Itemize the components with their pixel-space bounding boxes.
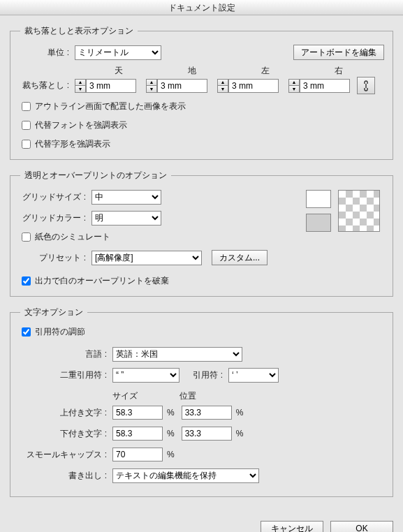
- type-options-group: 文字オプション 引用符の調節 言語 : 英語：米国 二重引用符 : “ ” 引用…: [10, 306, 393, 497]
- bleed-left-input[interactable]: [228, 79, 279, 93]
- bleed-bottom-up[interactable]: ▲: [146, 79, 157, 86]
- superscript-size-input[interactable]: [112, 406, 163, 420]
- bleed-bottom-input[interactable]: [157, 79, 207, 93]
- bleed-link-button[interactable]: [357, 77, 375, 94]
- cancel-button[interactable]: キャンセル: [261, 521, 323, 532]
- type-legend: 文字オプション: [20, 306, 87, 318]
- double-quote-label: 二重引用符 :: [19, 369, 112, 381]
- bleed-top-header: 天: [82, 65, 155, 77]
- bleed-left-down[interactable]: ▼: [217, 85, 228, 93]
- transparency-legend: 透明とオーバープリントのオプション: [20, 170, 171, 182]
- custom-button[interactable]: カスタム...: [212, 250, 268, 265]
- smart-quotes-checkbox[interactable]: [22, 327, 31, 337]
- superscript-label: 上付き文字 :: [19, 407, 112, 419]
- smart-quotes-label: 引用符の調節: [35, 326, 85, 338]
- subscript-label: 下付き文字 :: [19, 428, 112, 440]
- bleed-right-down[interactable]: ▼: [288, 85, 300, 93]
- bleed-top-down[interactable]: ▼: [75, 85, 86, 93]
- percent-unit: %: [232, 429, 244, 438]
- window-title: ドキュメント設定: [0, 0, 403, 15]
- language-label: 言語 :: [19, 348, 112, 360]
- grid-swatch-white: [306, 190, 331, 208]
- bleed-left-header: 左: [228, 65, 302, 77]
- bleed-right-input[interactable]: [300, 79, 350, 93]
- unit-select[interactable]: ミリメートル: [75, 45, 161, 60]
- bleed-label: 裁ち落とし :: [19, 80, 75, 91]
- position-header: 位置: [179, 390, 247, 402]
- percent-unit: %: [163, 450, 175, 459]
- simulate-paper-checkbox[interactable]: [22, 232, 31, 242]
- edit-artboards-button[interactable]: アートボードを編集: [293, 45, 384, 60]
- bleed-bottom-header: 地: [155, 65, 228, 77]
- simulate-paper-label: 紙色のシミュレート: [35, 231, 110, 243]
- preset-label: プリセット :: [19, 252, 91, 264]
- export-select[interactable]: テキストの編集機能を保持: [112, 468, 259, 483]
- discard-white-overprint-checkbox[interactable]: [22, 276, 31, 286]
- single-quote-label: 引用符 :: [179, 369, 228, 381]
- single-quote-select[interactable]: ‘ ’: [228, 368, 279, 383]
- percent-unit: %: [163, 429, 182, 438]
- outline-images-checkbox[interactable]: [22, 102, 31, 111]
- subscript-size-input[interactable]: [112, 427, 163, 441]
- size-header: サイズ: [112, 390, 179, 402]
- alt-font-checkbox[interactable]: [22, 121, 31, 130]
- link-icon: [362, 80, 370, 91]
- ok-button[interactable]: OK: [330, 521, 393, 532]
- smallcaps-input[interactable]: [112, 448, 163, 461]
- grid-color-label: グリッドカラー :: [19, 212, 91, 224]
- double-quote-select[interactable]: “ ”: [112, 368, 179, 383]
- bleed-display-options-group: 裁ち落としと表示オプション 単位 : ミリメートル アートボードを編集 天 地 …: [10, 25, 393, 160]
- bleed-top-input[interactable]: [86, 79, 136, 93]
- bleed-legend: 裁ち落としと表示オプション: [20, 25, 138, 37]
- grid-size-select[interactable]: 中: [91, 190, 161, 205]
- unit-label: 単位 :: [19, 47, 75, 59]
- grid-color-select[interactable]: 明: [91, 211, 161, 226]
- grid-swatch-gray: [306, 214, 331, 232]
- percent-unit: %: [232, 408, 244, 418]
- language-select[interactable]: 英語：米国: [112, 347, 242, 362]
- transparency-overprint-group: 透明とオーバープリントのオプション グリッドサイズ : 中 グリッドカラー : …: [10, 170, 393, 297]
- bleed-top-up[interactable]: ▲: [75, 79, 86, 86]
- percent-unit: %: [163, 408, 182, 418]
- bleed-right-header: 右: [302, 65, 375, 77]
- bleed-left-up[interactable]: ▲: [217, 79, 228, 86]
- export-label: 書き出し :: [19, 470, 112, 482]
- alt-glyph-checkbox[interactable]: [22, 140, 31, 149]
- preset-select[interactable]: [高解像度]: [91, 251, 202, 265]
- bleed-bottom-down[interactable]: ▼: [146, 85, 157, 93]
- bleed-right-up[interactable]: ▲: [288, 79, 300, 86]
- superscript-pos-input[interactable]: [182, 406, 232, 420]
- discard-white-overprint-label: 出力で白のオーバープリントを破棄: [35, 275, 169, 287]
- outline-images-label: アウトライン画面で配置した画像を表示: [35, 101, 186, 112]
- alt-glyph-label: 代替字形を強調表示: [35, 138, 110, 150]
- subscript-pos-input[interactable]: [182, 427, 232, 441]
- grid-size-label: グリッドサイズ :: [19, 191, 91, 203]
- grid-swatch-checker: [338, 190, 380, 232]
- alt-font-label: 代替フォントを強調表示: [35, 119, 127, 131]
- smallcaps-label: スモールキャップス :: [19, 449, 112, 461]
